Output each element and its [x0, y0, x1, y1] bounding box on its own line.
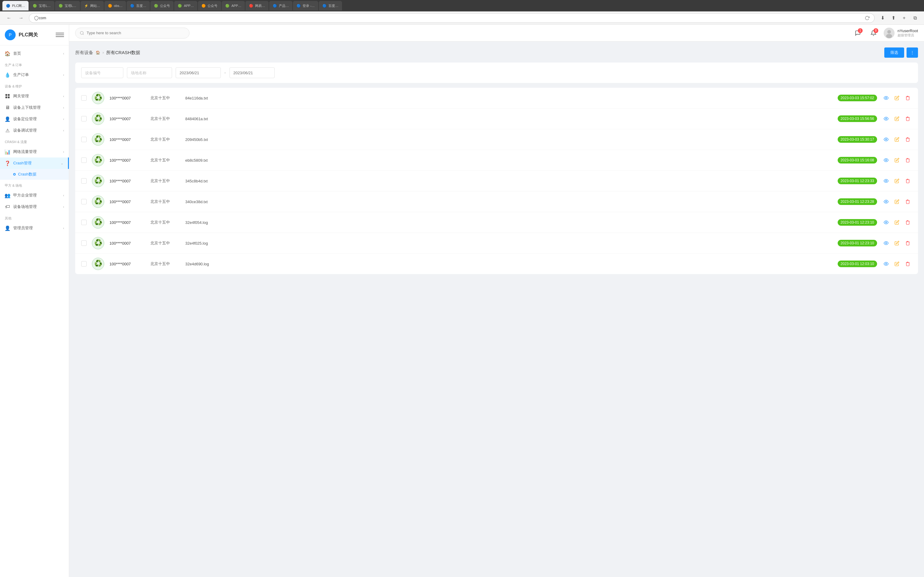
- more-button[interactable]: ⋮: [906, 47, 918, 58]
- device-id-filter[interactable]: [81, 67, 123, 78]
- sidebar-item-device-location[interactable]: 👤 设备定位管理 ‹: [0, 113, 69, 125]
- edit-button-7[interactable]: [893, 239, 901, 247]
- edit-button-2[interactable]: [893, 135, 901, 143]
- notifications-btn[interactable]: 8: [868, 27, 879, 39]
- sidebar-item-home[interactable]: 🏠 首页 ‹: [0, 48, 69, 59]
- forward-button[interactable]: →: [17, 14, 25, 22]
- back-button[interactable]: ←: [5, 14, 13, 22]
- row-checkbox-5[interactable]: [81, 199, 87, 205]
- sidebar-item-crash-data[interactable]: Crash数据: [0, 169, 69, 180]
- tab-wangyi[interactable]: 🔴 网易…: [246, 1, 268, 11]
- tab-baidu2[interactable]: 🔵 百度…: [319, 1, 342, 11]
- sidebar-item-crash-mgmt[interactable]: ❓ Crash管理 ⌄: [0, 158, 69, 169]
- delete-button-6[interactable]: [903, 218, 912, 227]
- row-actions-6: [882, 218, 912, 227]
- view-button-6[interactable]: [882, 218, 890, 227]
- recycle-svg-3: ♻️: [91, 153, 105, 167]
- sidebar-item-client-mgmt[interactable]: 👥 甲方企业管理 ‹: [0, 190, 69, 201]
- tab-product[interactable]: 🔵 产品…: [269, 1, 292, 11]
- sidebar-item-device-debug[interactable]: ⚠ 设备调试管理 ‹: [0, 125, 69, 136]
- delete-button-3[interactable]: [903, 156, 912, 164]
- data-table: ♻️ 100****0007 北京十五中 84e116da.txt 2023-0…: [75, 88, 918, 274]
- edit-button-0[interactable]: [893, 94, 901, 102]
- row-icon-0: ♻️: [91, 91, 105, 105]
- recycle-svg-4: ♻️: [91, 174, 105, 187]
- row-checkbox-8[interactable]: [81, 261, 87, 267]
- tab-website[interactable]: ⚡ 网站…: [81, 1, 104, 11]
- tab-login[interactable]: 🔵 登录 -…: [293, 1, 318, 11]
- tab-gzh2[interactable]: 🟠 公众号: [198, 1, 221, 11]
- view-button-4[interactable]: [882, 177, 890, 185]
- top-bar-actions: 1 8 nYuserRoot 超级管理员: [853, 27, 918, 39]
- delete-button-8[interactable]: [903, 259, 912, 268]
- tab-gzh1[interactable]: 🟢 公众号: [150, 1, 174, 11]
- view-button-0[interactable]: [882, 94, 890, 102]
- row-actions-2: [882, 135, 912, 143]
- view-button-7[interactable]: [882, 239, 890, 247]
- new-tab-btn[interactable]: +: [900, 14, 908, 22]
- table-row: ♻️ 100****0007 北京十五中 345c8b4d.txt 2023-0…: [75, 171, 918, 192]
- row-checkbox-0[interactable]: [81, 95, 87, 101]
- row-checkbox-1[interactable]: [81, 116, 87, 121]
- row-checkbox-6[interactable]: [81, 220, 87, 225]
- svg-text:♻️: ♻️: [94, 239, 103, 247]
- row-location-7: 北京十五中: [150, 240, 181, 246]
- view-button-3[interactable]: [882, 156, 890, 164]
- delete-button-4[interactable]: [903, 177, 912, 185]
- edit-button-1[interactable]: [893, 114, 901, 123]
- edit-button-5[interactable]: [893, 197, 901, 206]
- delete-button-1[interactable]: [903, 114, 912, 123]
- tab-app2[interactable]: 🟢 APP…: [222, 1, 245, 11]
- tab-app1[interactable]: 🟢 APP…: [174, 1, 197, 11]
- svg-point-34: [885, 243, 887, 244]
- tab-obs[interactable]: 🟠 obs…: [104, 1, 126, 11]
- tab-baota1[interactable]: 🟢 宝塔L…: [29, 1, 54, 11]
- row-timestamp-7: 2023-03-01 12:23:10: [838, 240, 877, 247]
- edit-button-4[interactable]: [893, 177, 901, 185]
- search-input[interactable]: [87, 31, 185, 35]
- sidebar-item-device-online[interactable]: 🖥 设备上下线管理 ‹: [0, 102, 69, 113]
- page-header: 所有设备 🏠 › 所有CRASH数据 筛选 ⋮: [75, 47, 918, 58]
- delete-button-5[interactable]: [903, 197, 912, 206]
- tab-website-icon: ⚡: [84, 4, 89, 8]
- refresh-icon[interactable]: [865, 16, 869, 21]
- view-button-5[interactable]: [882, 197, 890, 206]
- row-checkbox-2[interactable]: [81, 137, 87, 142]
- sidebar-item-admin-mgmt[interactable]: 👤 管理员管理 ‹: [0, 222, 69, 234]
- view-button-2[interactable]: [882, 135, 890, 143]
- breadcrumb-home-icon[interactable]: 🏠: [96, 50, 100, 55]
- delete-button-7[interactable]: [903, 239, 912, 247]
- device-location-arrow: ‹: [63, 118, 64, 121]
- date-end-filter[interactable]: [229, 67, 275, 78]
- address-bar[interactable]: com: [29, 13, 875, 23]
- tab-baidu1[interactable]: 🔵 百度…: [127, 1, 150, 11]
- view-button-8[interactable]: [882, 259, 890, 268]
- sidebar-item-production-order[interactable]: 💧 生产订单 ‹: [0, 69, 69, 81]
- extensions-btn[interactable]: ⧉: [911, 14, 919, 22]
- edit-button-8[interactable]: [893, 259, 901, 268]
- delete-button-0[interactable]: [903, 94, 912, 102]
- view-button-1[interactable]: [882, 114, 890, 123]
- row-checkbox-4[interactable]: [81, 178, 87, 184]
- row-checkbox-3[interactable]: [81, 158, 87, 163]
- delete-button-2[interactable]: [903, 135, 912, 143]
- share-btn[interactable]: ⬆: [889, 14, 898, 22]
- download-btn[interactable]: ⬇: [878, 14, 887, 22]
- content-area: 所有设备 🏠 › 所有CRASH数据 筛选 ⋮ -: [69, 42, 924, 577]
- sidebar-menu-toggle[interactable]: [56, 31, 64, 39]
- sidebar-item-site-mgmt[interactable]: 🏷 设备场地管理 ‹: [0, 201, 69, 213]
- edit-button-3[interactable]: [893, 156, 901, 164]
- row-checkbox-7[interactable]: [81, 240, 87, 246]
- messages-btn[interactable]: 1: [853, 27, 863, 39]
- filter-button[interactable]: 筛选: [884, 47, 904, 58]
- search-box[interactable]: [75, 27, 189, 39]
- date-start-filter[interactable]: [176, 67, 221, 78]
- location-filter[interactable]: [127, 67, 172, 78]
- edit-button-6[interactable]: [893, 218, 901, 227]
- tab-baota2[interactable]: 🟢 宝塔L…: [55, 1, 80, 11]
- tab-gzh2-label: 公众号: [208, 3, 218, 8]
- trash-icon-2: [905, 137, 910, 142]
- sidebar-item-traffic[interactable]: 📊 网络流量管理 ‹: [0, 146, 69, 158]
- sidebar-item-gateway[interactable]: 网关管理 ‹: [0, 90, 69, 102]
- tab-plc[interactable]: 🔵 PLC网…: [2, 1, 29, 11]
